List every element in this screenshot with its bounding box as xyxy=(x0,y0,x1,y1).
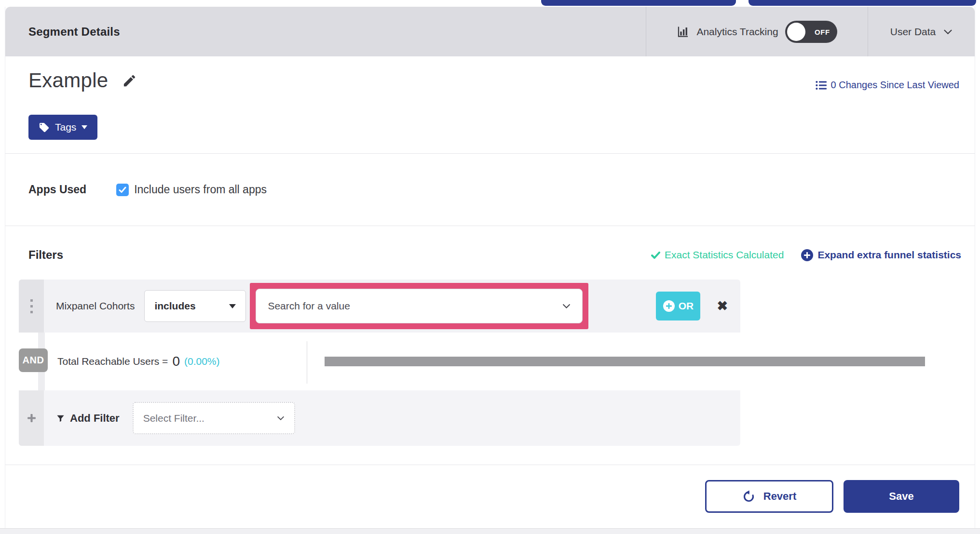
include-all-apps-option: Include users from all apps xyxy=(116,183,267,196)
filters-section: Filters Exact Statistics Calculated xyxy=(5,226,975,465)
or-button-label: OR xyxy=(679,300,694,312)
plus-circle-icon xyxy=(801,249,813,261)
chevron-down-icon xyxy=(943,29,953,35)
exact-statistics-label: Exact Statistics Calculated xyxy=(665,249,784,261)
tag-icon xyxy=(39,122,50,133)
filter-card: Mixpanel Cohorts includes Search for a v… xyxy=(19,280,740,446)
segment-name: Example xyxy=(28,69,109,92)
caret-down-icon xyxy=(82,125,87,129)
filter-row: Mixpanel Cohorts includes Search for a v… xyxy=(19,280,740,333)
analytics-tracking-toggle[interactable]: OFF xyxy=(785,21,837,43)
apps-used-label: Apps Used xyxy=(28,183,86,196)
filters-header: Filters Exact Statistics Calculated xyxy=(28,248,961,262)
select-filter-placeholder: Select Filter... xyxy=(143,413,204,424)
reachable-users-percent: (0.00%) xyxy=(184,356,220,367)
filters-heading: Filters xyxy=(28,248,63,262)
vertical-divider xyxy=(307,341,307,384)
bar-chart-icon xyxy=(677,25,690,38)
analytics-tracking-label: Analytics Tracking xyxy=(696,26,778,38)
segment-name-row: Example xyxy=(28,69,137,92)
plus-icon xyxy=(27,413,37,423)
add-filter-row: Add Filter Select Filter... xyxy=(19,390,740,446)
title-section: Example 0 Changes Since Last Viewed xyxy=(5,56,975,154)
tags-button-label: Tags xyxy=(55,121,76,133)
tags-button[interactable]: Tags xyxy=(28,115,97,140)
save-button-label: Save xyxy=(889,490,913,503)
top-tab-right[interactable] xyxy=(749,0,976,6)
include-all-apps-label: Include users from all apps xyxy=(134,183,267,196)
plus-circle-icon xyxy=(663,300,675,312)
chevron-down-icon xyxy=(277,416,285,421)
exact-statistics-status: Exact Statistics Calculated xyxy=(651,249,784,261)
toggle-knob xyxy=(787,23,805,41)
reachable-users-progress-bar xyxy=(325,357,925,366)
remove-filter-icon[interactable]: ✖ xyxy=(717,300,728,313)
page-title: Segment Details xyxy=(5,7,646,56)
changes-since-last-viewed-link[interactable]: 0 Changes Since Last Viewed xyxy=(816,80,959,91)
top-tab-left[interactable] xyxy=(541,0,736,6)
value-search-placeholder: Search for a value xyxy=(268,300,350,312)
user-data-dropdown[interactable]: User Data xyxy=(868,7,975,56)
include-all-apps-checkbox[interactable] xyxy=(116,184,129,196)
check-icon xyxy=(651,252,660,259)
segment-details-page: Segment Details Analytics Tracking OFF xyxy=(0,0,980,534)
operator-select[interactable]: includes xyxy=(144,290,246,322)
save-button[interactable]: Save xyxy=(844,480,959,513)
changes-link-label: 0 Changes Since Last Viewed xyxy=(831,80,959,91)
add-filter-label-group: Add Filter xyxy=(56,412,120,425)
chevron-down-icon xyxy=(562,304,571,309)
bottom-page-edge xyxy=(0,528,980,534)
edit-pencil-icon[interactable] xyxy=(122,73,137,88)
list-icon xyxy=(816,80,827,90)
analytics-tracking-section: Analytics Tracking OFF xyxy=(646,7,868,56)
actions-section: Revert Save xyxy=(5,465,975,528)
funnel-icon xyxy=(56,414,65,423)
add-filter-label: Add Filter xyxy=(70,412,120,425)
toggle-state-label: OFF xyxy=(815,27,830,36)
value-search-select[interactable]: Search for a value xyxy=(256,289,583,323)
highlight-outline: Search for a value xyxy=(250,283,588,329)
drag-dot-icon xyxy=(30,305,33,307)
drag-dot-icon xyxy=(30,311,33,313)
drag-handle[interactable] xyxy=(19,280,44,333)
and-conjunction-badge: AND xyxy=(19,348,48,372)
user-data-label: User Data xyxy=(890,26,936,38)
expand-funnel-statistics-label: Expand extra funnel statistics xyxy=(817,249,961,261)
reachable-users-label: Total Reachable Users = xyxy=(57,356,168,367)
drag-dot-icon xyxy=(30,299,33,302)
apps-used-section: Apps Used Include users from all apps xyxy=(5,154,975,226)
panel-header: Segment Details Analytics Tracking OFF xyxy=(5,7,975,56)
add-or-condition-button[interactable]: OR xyxy=(656,292,700,320)
reachable-users-value: 0 xyxy=(172,354,180,369)
summary-row: AND Total Reachable Users = 0 (0.00%) xyxy=(19,333,740,390)
expand-funnel-statistics-link[interactable]: Expand extra funnel statistics xyxy=(801,249,961,261)
filters-header-right: Exact Statistics Calculated Expand extra… xyxy=(651,249,961,261)
revert-button-label: Revert xyxy=(763,490,796,503)
operator-value: includes xyxy=(154,300,195,312)
segment-details-panel: Segment Details Analytics Tracking OFF xyxy=(5,7,975,528)
revert-icon xyxy=(742,490,755,503)
add-filter-gutter xyxy=(19,390,44,446)
filter-field-label: Mixpanel Cohorts xyxy=(56,300,135,312)
caret-down-icon xyxy=(229,304,236,308)
revert-button[interactable]: Revert xyxy=(705,480,833,513)
reachable-users-summary: Total Reachable Users = 0 (0.00%) xyxy=(57,333,219,390)
select-filter-dropdown[interactable]: Select Filter... xyxy=(133,402,295,434)
